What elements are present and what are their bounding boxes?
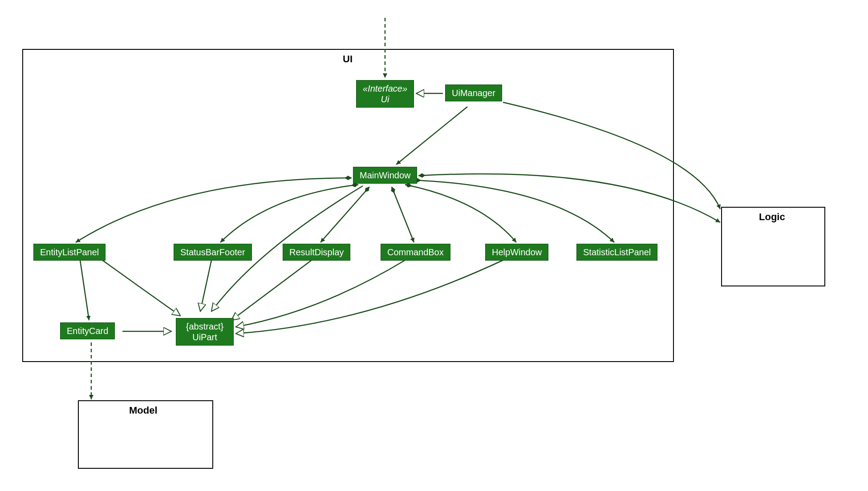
node-uipart-name: UiPart [192, 332, 217, 342]
node-uimanager: UiManager [445, 85, 502, 101]
node-helpwindow: HelpWindow [485, 244, 548, 261]
node-helpwindow-label: HelpWindow [492, 247, 542, 258]
node-entitycard-label: EntityCard [67, 326, 108, 336]
node-interface-ui: «Interface» Ui [356, 80, 414, 108]
logic-container-label: Logic [759, 211, 785, 223]
node-statisticlistpanel: StatisticListPanel [576, 244, 657, 261]
node-entitycard: EntityCard [60, 322, 115, 339]
node-uipart-abstract: {abstract} [186, 321, 224, 332]
node-uipart: {abstract} UiPart [176, 318, 234, 346]
node-interface-ui-stereotype: «Interface» [363, 83, 407, 94]
node-statusbarfooter: StatusBarFooter [174, 244, 252, 261]
node-mainwindow: MainWindow [353, 167, 417, 184]
node-entitylistpanel: EntityListPanel [33, 244, 105, 261]
model-container-label: Model [129, 405, 158, 416]
node-statusbarfooter-label: StatusBarFooter [180, 247, 245, 258]
ui-container-label: UI [343, 53, 353, 65]
node-statisticlistpanel-label: StatisticListPanel [583, 247, 651, 258]
ui-container [22, 49, 674, 362]
node-resultdisplay-label: ResultDisplay [289, 247, 344, 258]
node-interface-ui-name: Ui [381, 94, 389, 105]
node-mainwindow-label: MainWindow [360, 170, 410, 181]
node-commandbox: CommandBox [381, 244, 450, 261]
node-uimanager-label: UiManager [452, 88, 495, 98]
node-resultdisplay: ResultDisplay [283, 244, 350, 261]
node-commandbox-label: CommandBox [387, 247, 444, 258]
node-entitylistpanel-label: EntityListPanel [40, 247, 99, 258]
